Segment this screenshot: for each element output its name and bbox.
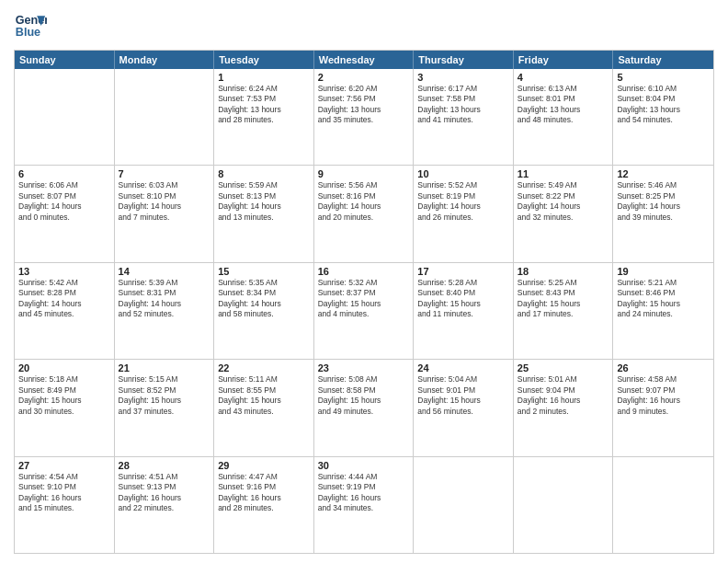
day-cell-21: 21Sunrise: 5:15 AMSunset: 8:52 PMDayligh… bbox=[115, 360, 215, 455]
header-cell-sunday: Sunday bbox=[15, 51, 115, 69]
cell-info: Sunrise: 6:24 AMSunset: 7:53 PMDaylight:… bbox=[218, 84, 310, 126]
logo: General Blue bbox=[14, 9, 47, 42]
cell-info: Sunrise: 6:17 AMSunset: 7:58 PMDaylight:… bbox=[417, 84, 509, 126]
day-cell-20: 20Sunrise: 5:18 AMSunset: 8:49 PMDayligh… bbox=[15, 360, 115, 455]
empty-cell-4-6 bbox=[613, 457, 713, 553]
header-cell-saturday: Saturday bbox=[613, 51, 713, 69]
empty-cell-0-1 bbox=[115, 69, 215, 165]
day-cell-15: 15Sunrise: 5:35 AMSunset: 8:34 PMDayligh… bbox=[214, 263, 314, 359]
cell-info: Sunrise: 5:25 AMSunset: 8:43 PMDaylight:… bbox=[518, 278, 609, 320]
day-cell-11: 11Sunrise: 5:49 AMSunset: 8:22 PMDayligh… bbox=[514, 166, 614, 261]
day-number: 19 bbox=[617, 266, 710, 277]
cell-info: Sunrise: 4:51 AMSunset: 9:13 PMDaylight:… bbox=[119, 472, 210, 514]
day-number: 22 bbox=[218, 362, 310, 373]
cell-info: Sunrise: 5:59 AMSunset: 8:13 PMDaylight:… bbox=[218, 180, 310, 223]
cell-info: Sunrise: 5:42 AMSunset: 8:28 PMDaylight:… bbox=[18, 278, 110, 320]
cell-info: Sunrise: 5:18 AMSunset: 8:49 PMDaylight:… bbox=[18, 374, 110, 417]
day-number: 3 bbox=[417, 72, 509, 83]
cell-info: Sunrise: 5:46 AMSunset: 8:25 PMDaylight:… bbox=[617, 180, 710, 223]
header-cell-tuesday: Tuesday bbox=[214, 51, 314, 69]
day-number: 28 bbox=[119, 460, 210, 471]
day-cell-23: 23Sunrise: 5:08 AMSunset: 8:58 PMDayligh… bbox=[314, 360, 415, 455]
day-cell-4: 4Sunrise: 6:13 AMSunset: 8:01 PMDaylight… bbox=[514, 69, 614, 165]
cell-info: Sunrise: 5:35 AMSunset: 8:34 PMDaylight:… bbox=[218, 278, 310, 320]
calendar-row-5: 27Sunrise: 4:54 AMSunset: 9:10 PMDayligh… bbox=[15, 457, 713, 553]
cell-info: Sunrise: 5:04 AMSunset: 9:01 PMDaylight:… bbox=[417, 374, 509, 417]
day-number: 9 bbox=[318, 168, 410, 179]
cell-info: Sunrise: 5:28 AMSunset: 8:40 PMDaylight:… bbox=[417, 278, 509, 320]
day-cell-14: 14Sunrise: 5:39 AMSunset: 8:31 PMDayligh… bbox=[115, 263, 215, 359]
day-number: 1 bbox=[218, 72, 310, 83]
day-cell-22: 22Sunrise: 5:11 AMSunset: 8:55 PMDayligh… bbox=[214, 360, 314, 455]
cell-info: Sunrise: 5:08 AMSunset: 8:58 PMDaylight:… bbox=[318, 374, 410, 417]
day-number: 16 bbox=[318, 266, 410, 277]
day-cell-24: 24Sunrise: 5:04 AMSunset: 9:01 PMDayligh… bbox=[414, 360, 514, 455]
empty-cell-0-0 bbox=[15, 69, 115, 165]
day-cell-1: 1Sunrise: 6:24 AMSunset: 7:53 PMDaylight… bbox=[214, 69, 314, 165]
day-number: 30 bbox=[318, 460, 410, 471]
calendar-row-2: 6Sunrise: 6:06 AMSunset: 8:07 PMDaylight… bbox=[15, 166, 713, 262]
day-number: 29 bbox=[218, 460, 310, 471]
cell-info: Sunrise: 5:32 AMSunset: 8:37 PMDaylight:… bbox=[318, 278, 410, 320]
day-number: 20 bbox=[18, 362, 110, 373]
day-cell-12: 12Sunrise: 5:46 AMSunset: 8:25 PMDayligh… bbox=[613, 166, 713, 261]
cell-info: Sunrise: 5:52 AMSunset: 8:19 PMDaylight:… bbox=[417, 180, 509, 223]
cell-info: Sunrise: 5:21 AMSunset: 8:46 PMDaylight:… bbox=[617, 278, 710, 320]
day-cell-5: 5Sunrise: 6:10 AMSunset: 8:04 PMDaylight… bbox=[613, 69, 713, 165]
calendar-row-3: 13Sunrise: 5:42 AMSunset: 8:28 PMDayligh… bbox=[15, 263, 713, 360]
calendar-row-4: 20Sunrise: 5:18 AMSunset: 8:49 PMDayligh… bbox=[15, 360, 713, 456]
day-number: 7 bbox=[119, 168, 210, 179]
day-number: 15 bbox=[218, 266, 310, 277]
cell-info: Sunrise: 6:10 AMSunset: 8:04 PMDaylight:… bbox=[617, 84, 710, 126]
day-number: 8 bbox=[218, 168, 310, 179]
cell-info: Sunrise: 5:56 AMSunset: 8:16 PMDaylight:… bbox=[318, 180, 410, 223]
day-cell-9: 9Sunrise: 5:56 AMSunset: 8:16 PMDaylight… bbox=[314, 166, 415, 261]
calendar-header: SundayMondayTuesdayWednesdayThursdayFrid… bbox=[15, 51, 713, 69]
day-number: 27 bbox=[18, 460, 110, 471]
day-number: 24 bbox=[417, 362, 509, 373]
cell-info: Sunrise: 4:47 AMSunset: 9:16 PMDaylight:… bbox=[218, 472, 310, 514]
cell-info: Sunrise: 5:11 AMSunset: 8:55 PMDaylight:… bbox=[218, 374, 310, 417]
day-number: 6 bbox=[18, 168, 110, 179]
day-cell-3: 3Sunrise: 6:17 AMSunset: 7:58 PMDaylight… bbox=[414, 69, 514, 165]
day-number: 14 bbox=[119, 266, 210, 277]
cell-info: Sunrise: 5:49 AMSunset: 8:22 PMDaylight:… bbox=[518, 180, 609, 223]
empty-cell-4-5 bbox=[514, 457, 614, 553]
svg-text:Blue: Blue bbox=[16, 26, 40, 39]
cell-info: Sunrise: 4:44 AMSunset: 9:19 PMDaylight:… bbox=[318, 472, 410, 514]
day-cell-28: 28Sunrise: 4:51 AMSunset: 9:13 PMDayligh… bbox=[115, 457, 215, 553]
day-number: 12 bbox=[617, 168, 710, 179]
day-cell-2: 2Sunrise: 6:20 AMSunset: 7:56 PMDaylight… bbox=[314, 69, 415, 165]
cell-info: Sunrise: 6:20 AMSunset: 7:56 PMDaylight:… bbox=[318, 84, 410, 126]
day-cell-13: 13Sunrise: 5:42 AMSunset: 8:28 PMDayligh… bbox=[15, 263, 115, 359]
page: General Blue SundayMondayTuesdayWednesda… bbox=[0, 0, 728, 563]
day-number: 11 bbox=[518, 168, 609, 179]
header-cell-friday: Friday bbox=[514, 51, 614, 69]
day-cell-16: 16Sunrise: 5:32 AMSunset: 8:37 PMDayligh… bbox=[314, 263, 415, 359]
logo-icon: General Blue bbox=[14, 9, 47, 42]
empty-cell-4-4 bbox=[414, 457, 514, 553]
day-cell-18: 18Sunrise: 5:25 AMSunset: 8:43 PMDayligh… bbox=[514, 263, 614, 359]
day-number: 5 bbox=[617, 72, 710, 83]
header-cell-wednesday: Wednesday bbox=[314, 51, 415, 69]
day-number: 26 bbox=[617, 362, 710, 373]
cell-info: Sunrise: 5:15 AMSunset: 8:52 PMDaylight:… bbox=[119, 374, 210, 417]
header-cell-thursday: Thursday bbox=[414, 51, 514, 69]
cell-info: Sunrise: 6:03 AMSunset: 8:10 PMDaylight:… bbox=[119, 180, 210, 223]
day-cell-25: 25Sunrise: 5:01 AMSunset: 9:04 PMDayligh… bbox=[514, 360, 614, 455]
cell-info: Sunrise: 5:01 AMSunset: 9:04 PMDaylight:… bbox=[518, 374, 609, 417]
day-cell-17: 17Sunrise: 5:28 AMSunset: 8:40 PMDayligh… bbox=[414, 263, 514, 359]
day-cell-29: 29Sunrise: 4:47 AMSunset: 9:16 PMDayligh… bbox=[214, 457, 314, 553]
calendar: SundayMondayTuesdayWednesdayThursdayFrid… bbox=[14, 50, 714, 554]
day-number: 18 bbox=[518, 266, 609, 277]
day-cell-10: 10Sunrise: 5:52 AMSunset: 8:19 PMDayligh… bbox=[414, 166, 514, 261]
day-number: 25 bbox=[518, 362, 609, 373]
day-cell-6: 6Sunrise: 6:06 AMSunset: 8:07 PMDaylight… bbox=[15, 166, 115, 261]
day-number: 10 bbox=[417, 168, 509, 179]
cell-info: Sunrise: 5:39 AMSunset: 8:31 PMDaylight:… bbox=[119, 278, 210, 320]
day-cell-8: 8Sunrise: 5:59 AMSunset: 8:13 PMDaylight… bbox=[214, 166, 314, 261]
day-number: 2 bbox=[318, 72, 410, 83]
day-number: 13 bbox=[18, 266, 110, 277]
day-cell-7: 7Sunrise: 6:03 AMSunset: 8:10 PMDaylight… bbox=[115, 166, 215, 261]
header-cell-monday: Monday bbox=[115, 51, 215, 69]
